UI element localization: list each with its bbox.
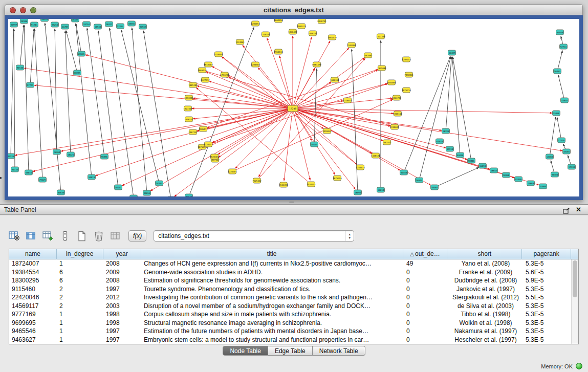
graph-node[interactable]: 20531 (78, 51, 85, 56)
table-row[interactable]: 1830029562008Estimation of significance … (9, 276, 578, 285)
table-row[interactable]: 2242004622012Investigating the contribut… (9, 293, 578, 302)
table-select-combobox[interactable]: citations_edges.txt ▲▼ (154, 230, 354, 242)
graph-node[interactable]: 96996 (101, 154, 108, 159)
graph-node[interactable]: 15958 (553, 111, 560, 116)
import-table-icon[interactable] (41, 229, 55, 243)
column-header-pagerank[interactable]: pagerank (522, 249, 571, 259)
graph-node[interactable]: 1918445 (322, 128, 332, 134)
graph-node[interactable]: 2206053 (251, 21, 260, 26)
graph-node[interactable]: 1348121 (371, 153, 380, 158)
graph-node[interactable]: 7613491 (279, 182, 288, 187)
graph-node[interactable]: 17730 (568, 164, 576, 169)
graph-node[interactable]: 16155 (72, 19, 79, 22)
graph-node[interactable]: 93810 (456, 152, 464, 158)
graph-node[interactable]: 79129 (39, 177, 47, 182)
graph-node[interactable]: 14635 (561, 98, 569, 103)
graph-node[interactable]: 1958142 (308, 31, 317, 36)
graph-node[interactable]: 1534457 (307, 182, 316, 187)
panel-collapse-arrow[interactable]: ▸ (0, 175, 3, 180)
graph-node[interactable]: 1534064 (347, 42, 356, 48)
graph-node[interactable]: 59015 (25, 170, 33, 175)
column-header-name[interactable]: name (9, 249, 57, 259)
graph-node[interactable]: 90484 (551, 172, 559, 177)
graph-node[interactable]: 18427 (105, 21, 113, 27)
new-document-icon[interactable] (75, 229, 89, 243)
graph-node[interactable]: 92450 (400, 170, 408, 175)
graph-node[interactable]: 19754 (83, 21, 91, 27)
table-column-settings-icon[interactable] (7, 229, 21, 243)
graph-node[interactable]: 9725442 (204, 142, 213, 147)
graph-node[interactable]: 92450 (515, 177, 522, 182)
graph-node[interactable]: 1853083 (387, 80, 396, 85)
table-vertical-scrollbar[interactable] (571, 259, 578, 344)
graph-node[interactable]: 1669050 (274, 19, 283, 23)
graph-node[interactable]: 1297343 (402, 57, 411, 62)
graph-node[interactable]: 18133 (41, 19, 49, 21)
column-header-title[interactable]: title (141, 249, 403, 259)
graph-node[interactable]: 18793 (442, 128, 450, 134)
scrollbar-thumb[interactable] (573, 260, 577, 297)
show-columns-icon[interactable] (24, 229, 38, 243)
graph-node[interactable]: 1246033 (356, 165, 365, 170)
table-row[interactable]: 946554611997Estimation of the future num… (9, 327, 578, 336)
graph-node[interactable]: 1675295 (333, 176, 342, 181)
column-header-out-degree[interactable]: △out_de… (403, 249, 448, 259)
table-row[interactable]: 911546021997Tourette syndrome. Phenomeno… (9, 285, 578, 294)
graph-node[interactable]: 7986117 (199, 126, 208, 132)
float-panel-icon[interactable] (563, 207, 570, 213)
graph-node[interactable]: 96932 (139, 24, 147, 29)
graph-node[interactable]: 8130741 (317, 19, 326, 24)
graph-node[interactable]: 2427512 (201, 77, 210, 82)
graph-node[interactable]: 1953083 (184, 95, 193, 100)
column-header-year[interactable]: year (103, 249, 141, 259)
graph-node[interactable]: 12618 (377, 187, 385, 192)
graph-node[interactable]: 76144 (185, 194, 193, 196)
graph-node[interactable]: 16944 (416, 178, 423, 183)
graph-node[interactable]: 1961379 (328, 35, 337, 40)
graph-node[interactable]: 16433 (554, 69, 561, 74)
close-panel-icon[interactable]: ✕ (576, 206, 581, 213)
graph-node[interactable]: 18642 (490, 168, 498, 173)
graph-node[interactable]: 8981370 (312, 62, 321, 67)
graph-node[interactable]: 18095 (354, 190, 362, 195)
graph-node[interactable]: 17220 (558, 138, 565, 143)
graph-node[interactable]: 92734 (560, 44, 568, 49)
graph-node[interactable]: 1036117 (184, 117, 193, 122)
graph-node[interactable]: 1875710 (402, 87, 411, 93)
graph-node[interactable]: 14787 (61, 24, 69, 29)
graph-node[interactable]: 7850831 (404, 72, 413, 77)
graph-node[interactable]: 12005 (539, 184, 547, 189)
graph-node[interactable]: 1221390 (376, 34, 385, 39)
delete-trash-icon[interactable] (92, 229, 106, 243)
graph-node[interactable]: 1064703 (392, 95, 401, 100)
graph-node[interactable]: 91546 (16, 65, 24, 70)
graph-node[interactable]: 18106 (20, 19, 28, 24)
graph-node[interactable]: 91134 (11, 167, 19, 172)
table-row[interactable]: 977716911998Corpus callosum shape and si… (9, 310, 578, 319)
splitter-handle[interactable] (289, 201, 294, 203)
column-header-short[interactable]: short (447, 249, 522, 259)
row-tools-icon[interactable] (58, 229, 72, 243)
table-disabled-icon[interactable] (108, 229, 123, 243)
graph-node[interactable]: 7625442 (252, 178, 262, 183)
graph-node[interactable]: 16094 (479, 163, 487, 168)
function-builder-button[interactable]: f(x) (128, 230, 146, 242)
graph-node[interactable]: 10940 (94, 24, 102, 29)
window-titlebar[interactable]: citations_edges.txt (5, 4, 583, 15)
combobox-stepper-icon[interactable]: ▲▼ (345, 231, 354, 241)
graph-node[interactable]: 2063130 (198, 68, 207, 73)
graph-node[interactable]: 26260 (53, 149, 61, 155)
graph-node[interactable]: 18321 (67, 152, 75, 157)
graph-node[interactable]: 97253 (51, 22, 59, 27)
graph-node[interactable]: 2067137 (188, 129, 198, 135)
graph-node[interactable]: 10165 (563, 149, 571, 154)
graph-node[interactable]: 7625401 (210, 154, 219, 159)
graph-node[interactable]: 10465 (431, 185, 439, 190)
graph-node[interactable]: 2240697 (390, 124, 399, 129)
graph-node[interactable]: 10958 (503, 172, 510, 178)
graph-node[interactable]: 1754208 (220, 72, 229, 77)
graph-node[interactable]: 3216012 (343, 98, 352, 103)
graph-node[interactable]: 1626151 (330, 77, 339, 82)
graph-node[interactable]: 94636 (57, 190, 65, 195)
graph-node[interactable]: 18761 (130, 195, 138, 196)
